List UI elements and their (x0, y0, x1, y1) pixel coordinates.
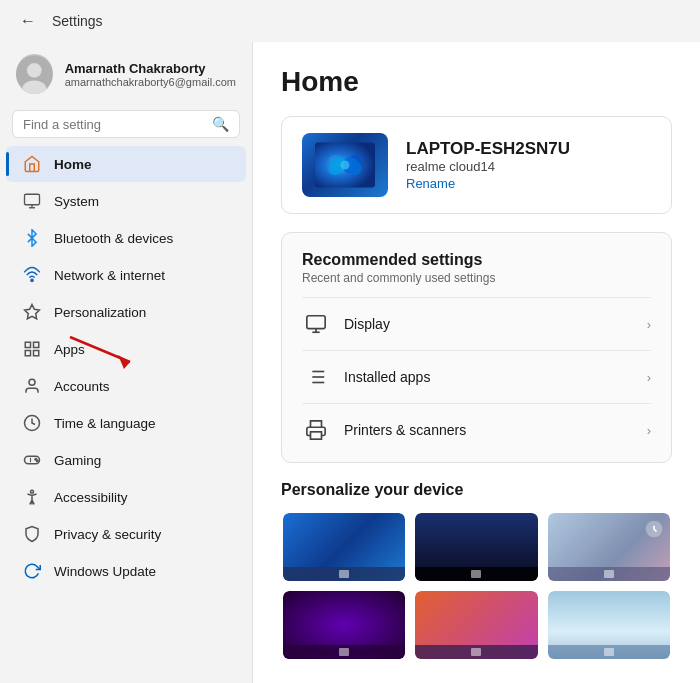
search-box[interactable]: 🔍 (12, 110, 240, 138)
settings-icon-display (302, 310, 330, 338)
sidebar-item-time[interactable]: Time & language (6, 405, 246, 441)
nav-icon-home (22, 154, 42, 174)
nav-icon-accessibility (22, 487, 42, 507)
wallpaper-taskbar-4 (283, 645, 405, 659)
nav-label-network: Network & internet (54, 268, 165, 283)
wallpaper-thumb-4[interactable] (281, 589, 407, 661)
svg-point-11 (29, 379, 35, 385)
settings-row-installed-apps[interactable]: Installed apps › (302, 350, 651, 403)
settings-label: Printers & scanners (344, 422, 633, 438)
avatar (16, 54, 53, 94)
wp-start-button-3 (604, 570, 614, 578)
nav-label-time: Time & language (54, 416, 156, 431)
sidebar-item-accounts[interactable]: Accounts (6, 368, 246, 404)
chevron-right-icon: › (647, 317, 651, 332)
main-content: Home (252, 42, 700, 683)
sidebar-item-windows-update[interactable]: Windows Update (6, 553, 246, 589)
sidebar-item-apps[interactable]: Apps (6, 331, 246, 367)
nav-label-accessibility: Accessibility (54, 490, 128, 505)
wallpaper-thumb-6[interactable] (546, 589, 672, 661)
nav-label-system: System (54, 194, 99, 209)
settings-icon-installed apps (302, 363, 330, 391)
svg-point-1 (27, 63, 42, 78)
settings-row-display[interactable]: Display › (302, 297, 651, 350)
device-card: LAPTOP-ESH2SN7U realme cloud14 Rename (281, 116, 672, 214)
wp-start-button-1 (339, 570, 349, 578)
wallpaper-taskbar-6 (548, 645, 670, 659)
nav-label-home: Home (54, 157, 92, 172)
svg-rect-37 (311, 432, 322, 439)
settings-icon-printers & scanners (302, 416, 330, 444)
settings-row-printers-&-scanners[interactable]: Printers & scanners › (302, 403, 651, 456)
nav-list: Home System Bluetooth & devices Network … (0, 146, 252, 589)
wp-start-button-5 (471, 648, 481, 656)
user-info: Amarnath Chakraborty amarnathchakraborty… (65, 61, 236, 88)
svg-point-27 (341, 161, 350, 170)
nav-label-apps: Apps (54, 342, 85, 357)
nav-label-bluetooth: Bluetooth & devices (54, 231, 173, 246)
wallpaper-thumb-2[interactable] (413, 511, 539, 583)
device-name: LAPTOP-ESH2SN7U (406, 139, 570, 159)
recommended-subtitle: Recent and commonly used settings (302, 271, 651, 285)
device-info: LAPTOP-ESH2SN7U realme cloud14 Rename (406, 139, 570, 191)
sidebar: Amarnath Chakraborty amarnathchakraborty… (0, 42, 252, 683)
recommended-rows: Display › Installed apps › Printers & sc… (302, 297, 651, 456)
sidebar-item-gaming[interactable]: Gaming (6, 442, 246, 478)
nav-icon-accounts (22, 376, 42, 396)
svg-rect-3 (25, 194, 40, 205)
nav-icon-system (22, 191, 42, 211)
sidebar-item-personalization[interactable]: Personalization (6, 294, 246, 330)
nav-label-gaming: Gaming (54, 453, 101, 468)
rename-link[interactable]: Rename (406, 176, 570, 191)
svg-point-18 (37, 460, 39, 462)
nav-icon-privacy (22, 524, 42, 544)
nav-label-accounts: Accounts (54, 379, 110, 394)
device-thumbnail (302, 133, 388, 197)
sidebar-item-system[interactable]: System (6, 183, 246, 219)
user-profile[interactable]: Amarnath Chakraborty amarnathchakraborty… (0, 42, 252, 110)
back-button[interactable]: ← (16, 8, 40, 34)
nav-icon-time (22, 413, 42, 433)
wallpaper-taskbar-2 (415, 567, 537, 581)
nav-label-privacy: Privacy & security (54, 527, 161, 542)
personalize-title: Personalize your device (281, 481, 672, 499)
user-email: amarnathchakraborty6@gmail.com (65, 76, 236, 88)
wallpaper-thumb-5[interactable] (413, 589, 539, 661)
title-bar: ← Settings (0, 0, 700, 42)
nav-icon-bluetooth (22, 228, 42, 248)
nav-icon-gaming (22, 450, 42, 470)
sidebar-item-privacy[interactable]: Privacy & security (6, 516, 246, 552)
settings-label: Installed apps (344, 369, 633, 385)
recommended-title: Recommended settings (302, 251, 651, 269)
svg-rect-28 (307, 316, 325, 329)
wp-start-button-6 (604, 648, 614, 656)
wallpaper-thumb-1[interactable] (281, 511, 407, 583)
svg-point-6 (31, 279, 33, 281)
chevron-right-icon: › (647, 423, 651, 438)
wp-start-button-2 (471, 570, 481, 578)
sidebar-item-accessibility[interactable]: Accessibility (6, 479, 246, 515)
nav-icon-windows-update (22, 561, 42, 581)
sidebar-item-home[interactable]: Home (6, 146, 246, 182)
svg-rect-10 (34, 351, 39, 356)
svg-rect-8 (34, 342, 39, 347)
wallpaper-taskbar-3 (548, 567, 670, 581)
title-bar-title: Settings (52, 13, 103, 29)
wallpaper-grid (281, 511, 672, 661)
sidebar-item-bluetooth[interactable]: Bluetooth & devices (6, 220, 246, 256)
svg-point-19 (31, 490, 34, 493)
device-model: realme cloud14 (406, 159, 570, 174)
user-name: Amarnath Chakraborty (65, 61, 236, 76)
svg-rect-7 (25, 342, 30, 347)
wallpaper-taskbar-5 (415, 645, 537, 659)
settings-label: Display (344, 316, 633, 332)
nav-icon-network (22, 265, 42, 285)
wallpaper-thumb-3[interactable] (546, 511, 672, 583)
nav-icon-personalization (22, 302, 42, 322)
sidebar-item-network[interactable]: Network & internet (6, 257, 246, 293)
search-input[interactable] (23, 117, 206, 132)
nav-label-personalization: Personalization (54, 305, 146, 320)
svg-rect-9 (25, 351, 30, 356)
recommended-settings-card: Recommended settings Recent and commonly… (281, 232, 672, 463)
wallpaper-taskbar-1 (283, 567, 405, 581)
